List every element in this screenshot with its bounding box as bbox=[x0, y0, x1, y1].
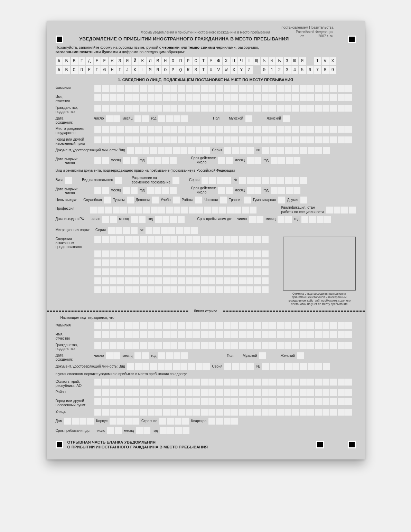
input-cell[interactable] bbox=[220, 197, 227, 203]
input-cell[interactable] bbox=[278, 187, 285, 194]
t-name[interactable] bbox=[94, 331, 352, 338]
gender-male[interactable] bbox=[245, 115, 252, 122]
input-cell[interactable] bbox=[254, 157, 261, 164]
input-cell[interactable] bbox=[300, 398, 307, 405]
stay-doc-number[interactable] bbox=[239, 177, 307, 184]
input-cell[interactable] bbox=[254, 259, 261, 266]
input-cell[interactable] bbox=[246, 286, 253, 293]
input-cell[interactable] bbox=[201, 236, 208, 243]
input-cell[interactable] bbox=[292, 105, 299, 112]
input-cell[interactable] bbox=[132, 236, 139, 243]
input-cell[interactable] bbox=[195, 197, 202, 203]
input-cell[interactable] bbox=[113, 115, 120, 122]
input-cell[interactable] bbox=[174, 115, 180, 122]
input-cell[interactable] bbox=[224, 136, 231, 143]
purpose-service[interactable] bbox=[104, 197, 111, 203]
input-cell[interactable] bbox=[246, 398, 253, 405]
input-cell[interactable] bbox=[102, 126, 109, 133]
stay-until-year[interactable] bbox=[301, 216, 331, 223]
input-cell[interactable] bbox=[262, 147, 269, 154]
input-cell[interactable] bbox=[277, 147, 284, 154]
input-cell[interactable] bbox=[174, 207, 180, 213]
input-cell[interactable] bbox=[163, 342, 170, 349]
purpose-transit[interactable] bbox=[244, 197, 251, 203]
input-cell[interactable] bbox=[158, 147, 165, 154]
input-cell[interactable] bbox=[148, 398, 155, 405]
input-cell[interactable] bbox=[170, 236, 177, 243]
input-cell[interactable] bbox=[193, 342, 200, 349]
input-cell[interactable] bbox=[94, 389, 101, 396]
stay-doc-series[interactable] bbox=[202, 177, 231, 184]
input-cell[interactable] bbox=[345, 126, 352, 133]
input-cell[interactable] bbox=[201, 85, 208, 92]
input-cell[interactable] bbox=[315, 105, 322, 112]
input-cell[interactable] bbox=[163, 379, 170, 386]
input-cell[interactable] bbox=[148, 259, 155, 266]
input-cell[interactable] bbox=[64, 418, 71, 425]
input-cell[interactable] bbox=[201, 409, 208, 416]
input-cell[interactable] bbox=[216, 379, 223, 386]
input-cell[interactable] bbox=[155, 126, 162, 133]
input-cell[interactable] bbox=[180, 363, 187, 370]
input-cell[interactable] bbox=[224, 363, 231, 370]
input-cell[interactable] bbox=[140, 259, 147, 266]
input-cell[interactable] bbox=[292, 85, 299, 92]
input-cell[interactable] bbox=[178, 398, 185, 405]
input-cell[interactable] bbox=[94, 187, 101, 194]
input-cell[interactable] bbox=[108, 227, 115, 234]
t-surname[interactable] bbox=[94, 322, 352, 329]
stay-issued-day[interactable] bbox=[94, 187, 109, 194]
input-cell[interactable] bbox=[262, 322, 269, 329]
input-cell[interactable] bbox=[132, 342, 139, 349]
input-cell[interactable] bbox=[254, 105, 261, 112]
input-cell[interactable] bbox=[297, 352, 304, 359]
input-cell[interactable] bbox=[247, 157, 254, 164]
input-cell[interactable] bbox=[158, 115, 165, 122]
input-cell[interactable] bbox=[239, 136, 246, 143]
input-cell[interactable] bbox=[262, 268, 269, 275]
input-cell[interactable] bbox=[284, 389, 291, 396]
addr-building[interactable] bbox=[159, 418, 189, 425]
input-cell[interactable] bbox=[277, 409, 284, 416]
input-cell[interactable] bbox=[300, 322, 307, 329]
input-cell[interactable] bbox=[173, 197, 180, 203]
input-cell[interactable] bbox=[300, 331, 307, 338]
input-cell[interactable] bbox=[256, 216, 263, 223]
input-cell[interactable] bbox=[94, 331, 101, 338]
input-cell[interactable] bbox=[158, 207, 165, 213]
input-cell[interactable] bbox=[153, 227, 160, 234]
input-cell[interactable] bbox=[102, 286, 109, 293]
input-cell[interactable] bbox=[115, 427, 122, 434]
input-cell[interactable] bbox=[150, 363, 157, 370]
input-cell[interactable] bbox=[102, 105, 109, 112]
input-cell[interactable] bbox=[300, 147, 307, 154]
input-cell[interactable] bbox=[345, 322, 352, 329]
input-cell[interactable] bbox=[309, 216, 316, 223]
input-cell[interactable] bbox=[140, 342, 147, 349]
input-cell[interactable] bbox=[117, 126, 124, 133]
input-cell[interactable] bbox=[307, 322, 314, 329]
input-cell[interactable] bbox=[110, 342, 116, 349]
input-cell[interactable] bbox=[239, 342, 246, 349]
input-cell[interactable] bbox=[136, 427, 143, 434]
input-cell[interactable] bbox=[330, 398, 337, 405]
input-cell[interactable] bbox=[132, 331, 139, 338]
input-cell[interactable] bbox=[155, 286, 162, 293]
input-cell[interactable] bbox=[239, 94, 246, 101]
input-cell[interactable] bbox=[162, 216, 169, 223]
addr-korpus[interactable] bbox=[110, 418, 139, 425]
input-cell[interactable] bbox=[254, 85, 261, 92]
t-doc-number[interactable] bbox=[262, 363, 330, 370]
gender-female[interactable] bbox=[283, 115, 290, 122]
input-cell[interactable] bbox=[155, 236, 162, 243]
input-cell[interactable] bbox=[271, 157, 278, 164]
input-cell[interactable] bbox=[246, 268, 253, 275]
input-cell[interactable] bbox=[186, 94, 193, 101]
input-cell[interactable] bbox=[142, 363, 149, 370]
input-cell[interactable] bbox=[94, 136, 101, 143]
input-cell[interactable] bbox=[330, 126, 337, 133]
input-cell[interactable] bbox=[170, 85, 177, 92]
input-cell[interactable] bbox=[323, 389, 329, 396]
input-cell[interactable] bbox=[94, 286, 101, 293]
input-cell[interactable] bbox=[148, 379, 155, 386]
